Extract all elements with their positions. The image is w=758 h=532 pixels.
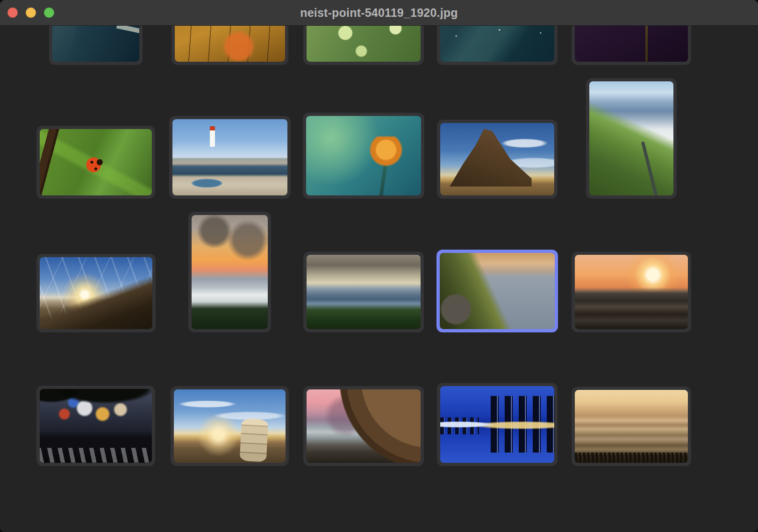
- thumbnail-harbor-night[interactable]: [49, 25, 143, 65]
- photo-desert-spire: [440, 123, 554, 195]
- photo-night-skyline: [440, 386, 554, 463]
- grid-cell: [29, 199, 163, 332]
- window-title: neist-point-540119_1920.jpg: [300, 6, 458, 20]
- thumbnail-sunset-clouds-portrait[interactable]: [188, 212, 271, 332]
- grid-cell: [565, 332, 698, 466]
- photo-valley-storm: [307, 255, 421, 329]
- minimize-button[interactable]: [26, 7, 36, 18]
- photo-green-ridge-road: [589, 81, 673, 195]
- grid-cell: [565, 65, 698, 199]
- grid-cell: [163, 332, 296, 466]
- gallery-scroll-area[interactable]: [0, 25, 758, 532]
- image-browser-window: neist-point-540119_1920.jpg: [0, 0, 758, 532]
- titlebar[interactable]: neist-point-540119_1920.jpg: [0, 0, 758, 26]
- grid-cell: [297, 332, 430, 466]
- grid-cell: [29, 25, 163, 65]
- thumbnail-teal-night-sky[interactable]: [437, 25, 558, 65]
- grid-cell: [163, 65, 296, 199]
- photo-harbor-night: [52, 25, 139, 62]
- thumbnail-golden-flora[interactable]: [172, 25, 288, 65]
- grid-cell: [297, 25, 430, 65]
- thumbnail-neist-point[interactable]: [436, 250, 558, 332]
- grid-cell: [163, 25, 296, 65]
- thumbnail-purple-daisy[interactable]: [572, 25, 691, 65]
- photo-teal-night-sky: [440, 25, 554, 62]
- photo-sea-cave-pink: [307, 389, 421, 463]
- thumbnail-ladybug-leaf[interactable]: [36, 126, 155, 199]
- traffic-lights: [7, 0, 54, 25]
- photo-golden-flora: [175, 25, 285, 62]
- photo-lighthouse-coast: [172, 119, 287, 195]
- zoom-button[interactable]: [44, 7, 54, 18]
- grid-cell: [29, 65, 163, 199]
- photo-purple-daisy: [575, 25, 688, 62]
- grid-cell: [163, 199, 296, 332]
- grid-cell: [565, 25, 698, 65]
- thumbnail-sunrise-ridge[interactable]: [36, 254, 156, 332]
- grid-cell: [430, 332, 564, 466]
- thumbnail-misty-hills[interactable]: [572, 387, 691, 466]
- thumbnail-desert-spire[interactable]: [437, 120, 558, 199]
- thumbnail-shibuya-crossing[interactable]: [36, 386, 155, 466]
- thumbnail-sea-cave-pink[interactable]: [303, 386, 424, 466]
- photo-dew-grass: [307, 25, 421, 62]
- thumbnail-green-ridge-road[interactable]: [586, 78, 677, 199]
- photo-ladybug-leaf: [40, 129, 152, 195]
- photo-shibuya-crossing: [40, 389, 152, 463]
- photo-orange-flower-bud: [306, 116, 421, 195]
- grid-cell: [430, 25, 564, 65]
- thumbnail-orange-flower-bud[interactable]: [303, 113, 424, 199]
- photo-sunrise-ridge: [40, 257, 152, 329]
- grid-cell: [430, 65, 564, 199]
- thumbnail-ocean-sunset-waves[interactable]: [572, 252, 691, 332]
- thumbnail-grid: [29, 25, 698, 466]
- grid-cell: [430, 199, 564, 332]
- grid-cell: [29, 332, 163, 466]
- grid-cell: [297, 199, 430, 332]
- grid-cell: [565, 199, 698, 332]
- photo-stone-cairn: [174, 389, 286, 463]
- photo-neist-point: [440, 253, 555, 329]
- thumbnail-night-skyline[interactable]: [437, 383, 558, 466]
- thumbnail-stone-cairn[interactable]: [171, 386, 289, 466]
- grid-cell: [297, 65, 430, 199]
- thumbnail-lighthouse-coast[interactable]: [169, 116, 291, 199]
- photo-sunset-clouds-portrait: [192, 215, 268, 329]
- thumbnail-dew-grass[interactable]: [303, 25, 424, 65]
- photo-ocean-sunset-waves: [575, 255, 688, 329]
- close-button[interactable]: [7, 7, 18, 18]
- thumbnail-valley-storm[interactable]: [303, 252, 424, 332]
- photo-misty-hills: [575, 390, 688, 463]
